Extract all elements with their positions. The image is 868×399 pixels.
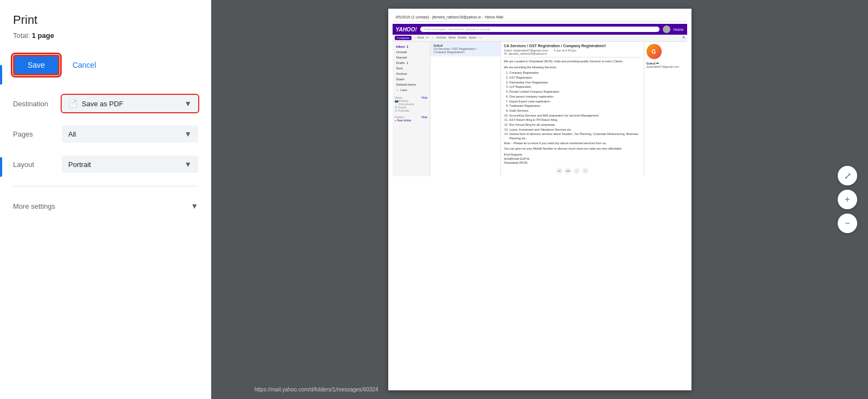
contact-name: Gokul ✏ bbox=[647, 61, 685, 65]
yahoo-content: Inbox 1 Unread Starred Drafts 1 Sent Arc… bbox=[393, 42, 687, 176]
service-3: Partnership Firm Registration bbox=[510, 81, 641, 85]
email-date: 4 Jun at 4:54 pm bbox=[554, 49, 576, 52]
accent-bar-top bbox=[0, 65, 2, 85]
sidebar-item-less[interactable]: ← Less bbox=[395, 87, 428, 93]
accent-bar-bottom bbox=[0, 157, 2, 177]
service-14: Various kind of advisory services about … bbox=[510, 132, 641, 140]
cancel-button[interactable]: Cancel bbox=[66, 55, 103, 75]
yahoo-sidebar: Inbox 1 Unread Starred Drafts 1 Sent Arc… bbox=[393, 42, 430, 176]
destination-label: Destination bbox=[13, 100, 62, 108]
folders-hide[interactable]: Hide bbox=[421, 115, 427, 119]
pages-label: Pages bbox=[13, 130, 62, 138]
sidebar-item-starred[interactable]: Starred bbox=[395, 55, 428, 60]
preview-container: 4/5/2019 (1 unread) - jitendra_rathore16… bbox=[388, 9, 691, 390]
zoom-out-button[interactable]: − bbox=[838, 214, 857, 233]
preview-url: https://mail.yahoo.com/d/folders/1/messa… bbox=[254, 387, 378, 392]
fit-to-page-button[interactable]: ⤢ bbox=[838, 166, 857, 185]
spam-btn[interactable]: Spam bbox=[469, 36, 477, 40]
sidebar-item-archive[interactable]: Archive bbox=[395, 71, 428, 76]
contact-avatar: G bbox=[647, 44, 662, 59]
email-detail-subject: CA Services / GST Registration / Company… bbox=[504, 44, 641, 48]
email-subject-1b: Company Registration!! bbox=[434, 50, 497, 54]
service-6: One person company registration bbox=[510, 95, 641, 99]
replyall-action-icon[interactable]: ↩↩ bbox=[565, 168, 571, 174]
forward-action-icon[interactable]: → bbox=[573, 168, 580, 174]
yahoo-ui: YAHOO! Find messages, documents, photos … bbox=[393, 24, 687, 176]
home-link: Home bbox=[674, 28, 684, 31]
sidebar-item-sent[interactable]: Sent bbox=[395, 66, 428, 71]
service-2: GST Registration bbox=[510, 76, 641, 80]
destination-arrow-icon: ▼ bbox=[184, 99, 192, 108]
sidebar-views-section: Views Hide 📷 Photos 📄 Documents ✈ Travel… bbox=[395, 96, 428, 112]
destination-dropdown[interactable]: 📄 Save as PDF ▼ bbox=[62, 95, 198, 112]
zoom-in-button[interactable]: + bbox=[838, 190, 857, 209]
email-list-item-1[interactable]: Gokul CA Services / GST Registration / C… bbox=[430, 42, 500, 56]
preview-date: 4/5/2019 (1 unread) - jitendra_rathore16… bbox=[396, 15, 504, 19]
settings-icon[interactable]: ⚙ bbox=[682, 36, 685, 40]
email-detail-header: CA Services / GST Registration / Company… bbox=[504, 44, 641, 57]
yahoo-topbar: YAHOO! Find messages, documents, photos … bbox=[393, 24, 687, 35]
service-7: Import Export code registration bbox=[510, 100, 641, 104]
delete-btn[interactable]: Delete bbox=[458, 36, 467, 40]
more-action-icon[interactable]: ⋯ bbox=[582, 168, 589, 174]
new-folder[interactable]: + New folder bbox=[395, 119, 428, 122]
yahoo-logo: YAHOO! bbox=[396, 27, 417, 33]
compose-btn[interactable]: Compose bbox=[395, 36, 412, 40]
yahoo-right-panel: G Gokul ✏ stylerafah07@gmail.com bbox=[644, 42, 687, 176]
layout-row: Layout Portrait ▼ bbox=[13, 156, 198, 173]
save-button[interactable]: Save bbox=[13, 55, 60, 75]
sidebar-item-deleted[interactable]: Deleted Items bbox=[395, 82, 428, 87]
sidebar-item-spam[interactable]: Spam bbox=[395, 76, 428, 82]
archive-btn[interactable]: Archive bbox=[436, 36, 446, 40]
layout-value: Portrait bbox=[68, 160, 184, 169]
more-settings-row[interactable]: More settings ▼ bbox=[13, 195, 198, 217]
email-note: Note :- Please let us know if you need a… bbox=[504, 141, 641, 146]
service-4: LLP Registration bbox=[510, 85, 641, 89]
more-settings-label: More settings bbox=[13, 202, 55, 210]
yahoo-search-bar: Find messages, documents, photos or peop… bbox=[420, 27, 660, 32]
reply-action-icon[interactable]: ↩ bbox=[556, 168, 563, 174]
back-icon: ← Back bbox=[414, 36, 424, 40]
service-12: Roc Annual filing for all companies. bbox=[510, 123, 641, 127]
sidebar-item-inbox[interactable]: Inbox 1 bbox=[395, 44, 428, 49]
select-toolbar: Compose ← Back ↩ → Archive Move Delete S… bbox=[393, 35, 687, 42]
views-hide[interactable]: Hide bbox=[421, 96, 427, 99]
destination-row: Destination 📄 Save as PDF ▼ bbox=[13, 95, 198, 112]
dots-icon[interactable]: ⋯ bbox=[479, 36, 482, 40]
pages-arrow-icon: ▼ bbox=[184, 130, 192, 138]
layout-label: Layout bbox=[13, 160, 62, 169]
service-10: Accounting Services and MIS preparation … bbox=[510, 114, 641, 118]
email-detail-to: To: jitendra_rathore16@yahoo.in bbox=[504, 52, 641, 55]
services-list: Company Registration GST Registration Pa… bbox=[504, 71, 641, 140]
print-total: Total: 1 page bbox=[13, 31, 198, 40]
email-to-address: jitendra_rathore16@yahoo.in bbox=[508, 52, 547, 55]
email-regards: Kind Regards, SHUBHAM GUPTA Ghaziabad (N… bbox=[504, 153, 641, 165]
email-detail: CA Services / GST Registration / Company… bbox=[501, 42, 644, 176]
pages-row: Pages All ▼ bbox=[13, 125, 198, 143]
email-greeting: We are Located in Ghaziabad (NCR), India… bbox=[504, 60, 641, 64]
print-title: Print bbox=[13, 13, 198, 27]
pages-dropdown[interactable]: All ▼ bbox=[62, 125, 198, 143]
service-8: Trademark Registration bbox=[510, 104, 641, 108]
forward-icon: → bbox=[431, 36, 434, 40]
pdf-icon: 📄 bbox=[68, 99, 77, 108]
total-label: Total: bbox=[13, 31, 30, 40]
email-offer: You can give me your Mobile Number to di… bbox=[504, 147, 641, 151]
sidebar-item-drafts[interactable]: Drafts 1 bbox=[395, 60, 428, 66]
move-btn[interactable]: Move bbox=[448, 36, 455, 40]
email-preview-header: 4/5/2019 (1 unread) - jitendra_rathore16… bbox=[393, 13, 687, 22]
email-preview: 4/5/2019 (1 unread) - jitendra_rathore16… bbox=[388, 9, 691, 390]
email-list: Gokul CA Services / GST Registration / C… bbox=[430, 42, 501, 176]
layout-dropdown[interactable]: Portrait ▼ bbox=[62, 156, 198, 173]
service-9: Audit Services bbox=[510, 109, 641, 113]
sidebar-item-unread[interactable]: Unread bbox=[395, 49, 428, 55]
email-action-icons: ↩ ↩↩ → ⋯ bbox=[504, 168, 641, 174]
email-body: We are Located in Ghaziabad (NCR), India… bbox=[504, 60, 641, 174]
sidebar-tutorials[interactable]: ⊙ Tutorials bbox=[395, 109, 428, 112]
more-settings-arrow-icon: ▼ bbox=[191, 202, 198, 210]
email-services-intro: We are providing the following Services: bbox=[504, 66, 641, 70]
layout-arrow-icon: ▼ bbox=[184, 160, 192, 169]
service-5: Private Limited Company Registration bbox=[510, 90, 641, 94]
zoom-controls: ⤢ + − bbox=[838, 166, 857, 233]
pages-value: All bbox=[68, 130, 184, 138]
